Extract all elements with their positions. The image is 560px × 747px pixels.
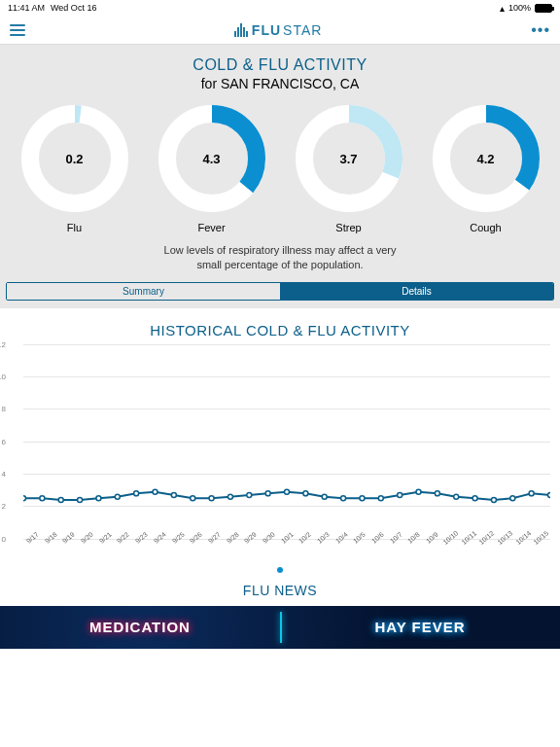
segment-control: Summary Details — [6, 282, 554, 301]
donut-cough: 4.2 — [433, 105, 540, 212]
news-title: FLU NEWS — [0, 583, 560, 598]
nav-bar: FLUSTAR ••• — [0, 16, 560, 45]
donut-flu: 0.2 — [21, 105, 128, 212]
donut-row: 0.2 Flu 4.3 Fever 3.7 Strep 4.2 Cou — [0, 91, 560, 237]
panel-title: COLD & FLU ACTIVITY — [0, 56, 560, 74]
logo-bold: FLU — [252, 22, 281, 38]
tab-details[interactable]: Details — [280, 283, 553, 300]
svg-point-18 — [209, 496, 214, 501]
svg-point-24 — [322, 494, 327, 499]
donut-label: Cough — [423, 222, 549, 233]
menu-button[interactable] — [10, 21, 25, 39]
news-right: HAY FEVER — [374, 619, 465, 635]
donut-strep: 3.7 — [296, 105, 402, 212]
description-text: Low levels of respiratory illness may af… — [154, 243, 406, 272]
historical-chart: 024681012 — [23, 344, 550, 539]
svg-point-19 — [228, 494, 232, 499]
svg-point-34 — [510, 496, 515, 501]
historical-title: HISTORICAL COLD & FLU ACTIVITY — [0, 322, 560, 338]
status-bar: 11:41 AM Wed Oct 16 ▴ 100% — [0, 0, 560, 16]
svg-point-32 — [472, 496, 477, 501]
svg-point-27 — [378, 496, 383, 501]
donut-value: 0.2 — [65, 152, 83, 166]
battery-percent: 100% — [508, 3, 531, 13]
page-indicator — [0, 559, 560, 577]
activity-panel: COLD & FLU ACTIVITY for SAN FRANCISCO, C… — [0, 45, 560, 308]
more-button[interactable]: ••• — [531, 21, 550, 39]
logo-light: STAR — [283, 22, 322, 38]
app-logo: FLUSTAR — [234, 22, 323, 38]
svg-point-20 — [247, 492, 252, 497]
svg-point-22 — [285, 489, 290, 494]
svg-point-28 — [398, 492, 402, 497]
pager-dot — [277, 567, 283, 573]
news-left: MEDICATION — [89, 619, 191, 635]
svg-point-35 — [529, 491, 534, 496]
donut-value: 3.7 — [339, 152, 357, 166]
donut-label: Strep — [286, 222, 412, 233]
svg-point-33 — [491, 497, 496, 502]
panel-subtitle: for SAN FRANCISCO, CA — [0, 76, 560, 91]
donut-value: 4.2 — [476, 152, 494, 166]
svg-point-9 — [40, 496, 45, 501]
svg-point-11 — [78, 497, 83, 502]
svg-point-14 — [134, 491, 139, 496]
svg-point-17 — [191, 496, 195, 501]
svg-point-15 — [153, 489, 158, 494]
svg-point-31 — [454, 494, 459, 499]
tab-summary[interactable]: Summary — [7, 283, 280, 300]
svg-point-30 — [435, 491, 439, 496]
svg-point-8 — [23, 496, 26, 501]
donut-label: Flu — [12, 222, 138, 233]
svg-point-10 — [58, 497, 63, 502]
donut-value: 4.3 — [202, 152, 220, 166]
svg-point-23 — [303, 491, 308, 496]
svg-point-29 — [416, 489, 421, 494]
svg-point-12 — [96, 496, 101, 501]
wifi-icon: ▴ — [500, 3, 505, 14]
donut-fever: 4.3 — [158, 105, 265, 212]
donut-label: Fever — [149, 222, 275, 233]
svg-point-26 — [360, 496, 365, 501]
svg-point-13 — [115, 494, 120, 499]
location-text: SAN FRANCISCO, CA — [221, 76, 359, 91]
svg-point-25 — [341, 496, 346, 501]
news-banner[interactable]: MEDICATION HAY FEVER — [0, 606, 560, 649]
status-time: 11:41 AM — [8, 3, 45, 13]
svg-point-16 — [171, 492, 176, 497]
x-axis: 9/179/189/199/209/219/229/239/249/259/26… — [23, 539, 550, 548]
svg-point-36 — [548, 492, 551, 497]
status-date: Wed Oct 16 — [51, 3, 96, 13]
svg-point-21 — [265, 491, 270, 496]
battery-icon — [535, 4, 552, 13]
